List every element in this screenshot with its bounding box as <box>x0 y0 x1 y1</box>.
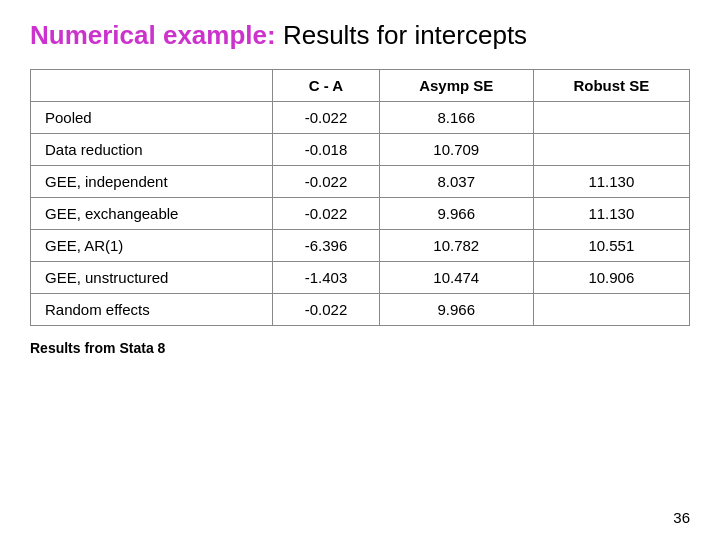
row-ca: -6.396 <box>273 230 380 262</box>
page-title: Numerical example: Results for intercept… <box>30 20 690 51</box>
row-asymp-se: 10.709 <box>379 134 533 166</box>
table-row: Data reduction-0.01810.709 <box>31 134 690 166</box>
col-header-label <box>31 70 273 102</box>
col-header-robust-se: Robust SE <box>533 70 689 102</box>
row-label: GEE, exchangeable <box>31 198 273 230</box>
row-ca: -0.022 <box>273 102 380 134</box>
footer-note: Results from Stata 8 <box>30 340 690 356</box>
row-robust-se: 11.130 <box>533 198 689 230</box>
row-ca: -0.018 <box>273 134 380 166</box>
page-container: Numerical example: Results for intercept… <box>0 0 720 540</box>
table-row: GEE, AR(1)-6.39610.78210.551 <box>31 230 690 262</box>
page-number: 36 <box>673 509 690 526</box>
row-asymp-se: 10.782 <box>379 230 533 262</box>
results-table: C - A Asymp SE Robust SE Pooled-0.0228.1… <box>30 69 690 326</box>
row-label: Pooled <box>31 102 273 134</box>
row-label: GEE, AR(1) <box>31 230 273 262</box>
table-row: GEE, exchangeable-0.0229.96611.130 <box>31 198 690 230</box>
row-ca: -0.022 <box>273 294 380 326</box>
row-asymp-se: 9.966 <box>379 294 533 326</box>
row-asymp-se: 8.166 <box>379 102 533 134</box>
table-header-row: C - A Asymp SE Robust SE <box>31 70 690 102</box>
row-label: GEE, independent <box>31 166 273 198</box>
row-robust-se: 11.130 <box>533 166 689 198</box>
row-label: Data reduction <box>31 134 273 166</box>
table-row: GEE, independent-0.0228.03711.130 <box>31 166 690 198</box>
row-asymp-se: 9.966 <box>379 198 533 230</box>
table-row: GEE, unstructured-1.40310.47410.906 <box>31 262 690 294</box>
col-header-asymp-se: Asymp SE <box>379 70 533 102</box>
row-robust-se <box>533 294 689 326</box>
table-row: Pooled-0.0228.166 <box>31 102 690 134</box>
row-ca: -0.022 <box>273 198 380 230</box>
title-normal: Results for intercepts <box>276 20 527 50</box>
row-robust-se: 10.551 <box>533 230 689 262</box>
col-header-ca: C - A <box>273 70 380 102</box>
row-ca: -0.022 <box>273 166 380 198</box>
row-asymp-se: 8.037 <box>379 166 533 198</box>
row-label: Random effects <box>31 294 273 326</box>
row-robust-se: 10.906 <box>533 262 689 294</box>
row-robust-se <box>533 102 689 134</box>
row-label: GEE, unstructured <box>31 262 273 294</box>
row-asymp-se: 10.474 <box>379 262 533 294</box>
title-bold: Numerical example: <box>30 20 276 50</box>
row-robust-se <box>533 134 689 166</box>
table-row: Random effects-0.0229.966 <box>31 294 690 326</box>
row-ca: -1.403 <box>273 262 380 294</box>
